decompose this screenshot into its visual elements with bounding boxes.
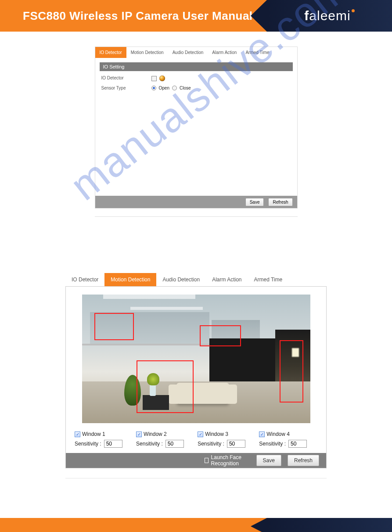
window4-col: ✓Window 4 Sensitivity : — [259, 431, 317, 448]
window3-col: ✓Window 3 Sensitivity : — [198, 431, 256, 448]
io-footer: Save Refresh — [95, 196, 297, 208]
io-detector-label: IO Detector — [100, 75, 151, 81]
window-controls: ✓Window 1 Sensitivity : ✓Window 2 Sensit… — [75, 431, 317, 448]
footer-chevron — [251, 518, 267, 532]
window3-checkbox[interactable]: ✓ — [198, 431, 203, 437]
tab2-armed-time[interactable]: Armed Time — [248, 273, 289, 286]
launch-face-label: Launch Face Recognition — [211, 454, 250, 467]
preview-light1 — [103, 295, 195, 299]
motion-save-button[interactable]: Save — [256, 455, 281, 466]
window3-label: Window 3 — [205, 431, 228, 437]
motion-refresh-button[interactable]: Refresh — [288, 455, 319, 466]
launch-face-checkbox[interactable] — [205, 458, 209, 463]
io-section-title: IO Setting — [100, 62, 293, 71]
detection-zone-4[interactable] — [280, 340, 303, 403]
window4-checkbox[interactable]: ✓ — [259, 431, 265, 437]
page-title: FSC880 Wireless IP Camera User Manual — [23, 9, 253, 23]
detection-zone-2[interactable] — [200, 325, 241, 346]
window1-label: Window 1 — [82, 431, 105, 437]
motion-tabs: IO Detector Motion Detection Audio Detec… — [65, 273, 327, 286]
motion-footer: Launch Face Recognition Save Refresh — [66, 453, 326, 468]
sensor-close-radio[interactable] — [172, 86, 177, 90]
status-bulb-icon — [159, 75, 165, 81]
detection-zone-1[interactable] — [94, 313, 134, 340]
window1-sens-input[interactable] — [104, 440, 122, 448]
tab-audio-detection[interactable]: Audio Detection — [168, 47, 208, 58]
sensor-open-text: Open — [159, 86, 169, 90]
header-banner: FSC880 Wireless IP Camera User Manual fa… — [0, 0, 392, 32]
sensor-close-text: Close — [180, 86, 191, 90]
tab2-alarm-action[interactable]: Alarm Action — [206, 273, 248, 286]
window3-sens-input[interactable] — [227, 440, 245, 448]
sensor-type-row: Sensor Type Open Close — [100, 86, 293, 90]
tab2-motion-detection[interactable]: Motion Detection — [104, 273, 156, 286]
motion-panel: ✓Window 1 Sensitivity : ✓Window 2 Sensit… — [65, 286, 327, 468]
window4-sens-input[interactable] — [288, 440, 307, 448]
brand-logo: faleemi — [304, 8, 354, 23]
window2-checkbox[interactable]: ✓ — [136, 431, 142, 437]
window1-sens-label: Sensitivity : — [75, 441, 101, 447]
sensor-type-label: Sensor Type — [100, 86, 151, 90]
io-detector-checkbox[interactable] — [151, 76, 157, 81]
window2-sens-label: Sensitivity : — [136, 441, 163, 447]
window1-checkbox[interactable]: ✓ — [75, 431, 80, 437]
window3-sens-label: Sensitivity : — [198, 441, 224, 447]
io-refresh-button[interactable]: Refresh — [268, 198, 292, 206]
sensor-open-radio[interactable] — [151, 86, 156, 90]
io-tabs: IO Detector Motion Detection Audio Detec… — [95, 47, 297, 58]
tab2-audio-detection[interactable]: Audio Detection — [156, 273, 206, 286]
io-save-button[interactable]: Save — [245, 198, 264, 206]
footer-banner — [0, 518, 392, 532]
divider-2 — [65, 478, 327, 478]
preview-rail — [82, 344, 214, 345]
io-detector-row: IO Detector — [100, 75, 293, 81]
window4-sens-label: Sensitivity : — [259, 441, 286, 447]
header-navy: faleemi — [267, 0, 392, 32]
window2-sens-input[interactable] — [165, 440, 184, 448]
camera-preview[interactable] — [82, 295, 310, 423]
header-chevron — [251, 0, 267, 32]
detection-zone-3[interactable] — [137, 360, 194, 413]
footer-orange — [0, 518, 267, 532]
tab-io-detector[interactable]: IO Detector — [95, 47, 126, 58]
footer-navy — [267, 518, 392, 532]
window1-col: ✓Window 1 Sensitivity : — [75, 431, 133, 448]
header-orange: FSC880 Wireless IP Camera User Manual — [0, 0, 267, 32]
divider-1 — [95, 216, 298, 217]
tab-motion-detection[interactable]: Motion Detection — [126, 47, 168, 58]
io-panel-body: IO Setting IO Detector Sensor Type Open … — [95, 58, 297, 208]
window4-label: Window 4 — [266, 431, 290, 437]
preview-light2 — [130, 307, 203, 310]
io-detector-panel: IO Detector Motion Detection Audio Detec… — [95, 47, 298, 208]
window2-col: ✓Window 2 Sensitivity : — [136, 431, 194, 448]
tab-armed-time[interactable]: Armed Time — [241, 47, 273, 58]
tab2-io-detector[interactable]: IO Detector — [65, 273, 104, 286]
launch-face-control: Launch Face Recognition — [205, 454, 250, 467]
logo-dot-icon — [352, 9, 355, 12]
page-body: manualshive.com IO Detector Motion Detec… — [0, 32, 392, 478]
motion-detection-wrap: IO Detector Motion Detection Audio Detec… — [65, 273, 327, 468]
tab-alarm-action[interactable]: Alarm Action — [208, 47, 241, 58]
window2-label: Window 2 — [144, 431, 167, 437]
